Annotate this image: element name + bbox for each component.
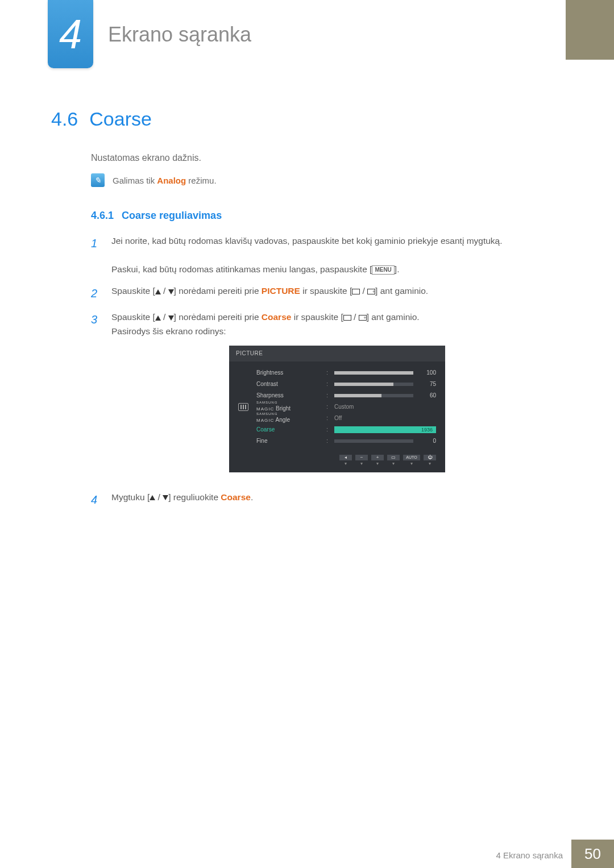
down-arrow-icon — [168, 289, 174, 294]
colon: : — [326, 413, 330, 423]
sub: MAGIC — [256, 406, 274, 412]
subsection-heading: 4.6.1 Coarse reguliavimas — [91, 210, 563, 222]
section-heading: 4.6 Coarse — [51, 108, 563, 130]
t: Mygtuku [ — [111, 492, 150, 502]
step-body: Jei norite, kad būtų rodomas klavišų vad… — [111, 234, 563, 276]
enter-button-icon: ▭ — [387, 455, 400, 460]
subsection-title: Coarse reguliavimas — [122, 210, 222, 222]
osd-label: SAMSUNGMAGIC Angle — [256, 412, 322, 425]
menu-button-icon: MENU — [372, 265, 394, 275]
colon: : — [326, 402, 330, 412]
osd-bar-cell: 0 — [334, 437, 436, 446]
osd-label: Sharpness — [256, 391, 322, 400]
coarse-keyword: Coarse — [221, 492, 251, 502]
colon: : — [326, 368, 330, 378]
down-arrow-icon — [168, 315, 174, 321]
caret-icon: ▾ — [355, 460, 368, 468]
suffix: Angle — [275, 417, 290, 423]
power-button-icon: ⏻ — [424, 455, 436, 460]
osd-sidebar — [238, 367, 248, 447]
slider-bar — [334, 383, 413, 386]
osd-body: Brightness : 100 Contrast : — [229, 362, 445, 451]
enter-plus-icon — [359, 315, 367, 321]
osd-row-sharpness: Sharpness : 60 — [256, 390, 436, 401]
osd-label: Contrast — [256, 380, 322, 389]
note-text: Galimas tik Analog režimu. — [113, 176, 217, 185]
t: . — [251, 492, 253, 502]
step-number: 2 — [91, 284, 101, 302]
osd-bar-cell: 75 — [334, 380, 436, 389]
osd-row-contrast: Contrast : 75 — [256, 379, 436, 390]
caret-icon: ▾ — [339, 460, 352, 468]
step-2: 2 Spauskite [ / ] norėdami pereiti prie … — [91, 284, 563, 302]
up-arrow-icon — [155, 289, 161, 294]
slider-bar — [334, 371, 413, 375]
osd-screenshot: PICTURE Brightness : — [229, 346, 445, 472]
t: ] ant gaminio. — [375, 286, 428, 296]
osd-row-magicangle: SAMSUNGMAGIC Angle : Off — [256, 413, 436, 424]
slider-fill — [334, 394, 381, 397]
caret-icon: ▾ — [371, 460, 384, 468]
enter-plus-icon — [367, 289, 375, 294]
picture-mode-icon — [238, 403, 248, 411]
osd-value: 0 — [418, 437, 436, 446]
slider-fill — [334, 383, 393, 386]
chapter-number: 4 — [59, 11, 82, 57]
osd-value: Custom — [334, 402, 354, 412]
note: ✎ Galimas tik Analog režimu. — [91, 173, 563, 187]
step-body: Spauskite [ / ] norėdami pereiti prie PI… — [111, 284, 563, 302]
osd-row-magicbright: SAMSUNGMAGIC Bright : Custom — [256, 401, 436, 413]
caret-icon: ▾ — [403, 460, 420, 468]
enter-icon — [343, 315, 351, 321]
steps-list: 1 Jei norite, kad būtų rodomas klavišų v… — [91, 234, 563, 509]
chapter-badge: 4 — [48, 0, 93, 68]
step-3: 3 Spauskite [ / ] norėdami pereiti prie … — [91, 310, 563, 482]
brand: SAMSUNG — [256, 401, 322, 404]
osd-footer: ◂ − + ▭ AUTO ⏻ — [229, 451, 445, 460]
osd-label: Brightness — [256, 368, 322, 377]
content: 4.6 Coarse Nustatomas ekrano dažnis. ✎ G… — [51, 108, 563, 517]
enter-icon — [352, 289, 360, 294]
osd-row-brightness: Brightness : 100 — [256, 367, 436, 379]
section-title: Coarse — [89, 108, 152, 130]
colon: : — [326, 425, 330, 435]
page: 4 Ekrano sąranka 4.6 Coarse Nustatomas e… — [0, 0, 614, 868]
note-suffix: režimu. — [186, 176, 216, 185]
auto-button-icon: AUTO — [403, 455, 420, 460]
header-stripe — [566, 0, 614, 60]
down-arrow-icon — [163, 495, 168, 500]
colon: : — [326, 379, 330, 389]
step-1: 1 Jei norite, kad būtų rodomas klavišų v… — [91, 234, 563, 276]
up-arrow-icon — [150, 495, 155, 500]
sub: MAGIC — [256, 418, 274, 423]
caret-icon: ▾ — [387, 460, 400, 468]
osd-row-fine: Fine : 0 — [256, 435, 436, 447]
osd-label: SAMSUNGMAGIC Bright — [256, 401, 322, 413]
osd-text-cell: Custom — [334, 402, 436, 412]
step-number: 3 — [91, 310, 101, 482]
step1-line2a: Paskui, kad būtų rodomas atitinkamas men… — [111, 264, 372, 274]
up-arrow-icon — [155, 315, 161, 321]
osd-row-coarse: Coarse : 1936 — [256, 424, 436, 435]
t: Pasirodys šis ekrano rodinys: — [111, 326, 226, 336]
note-highlight: Analog — [157, 176, 186, 185]
minus-button-icon: − — [355, 455, 368, 460]
section-number: 4.6 — [51, 108, 78, 130]
note-prefix: Galimas tik — [113, 176, 157, 185]
note-icon: ✎ — [91, 173, 105, 187]
osd-value: 1936 — [421, 426, 433, 434]
osd-table: Brightness : 100 Contrast : — [256, 367, 436, 447]
t: ] norėdami pereiti prie — [174, 312, 262, 322]
osd-bar-cell: 1936 — [334, 426, 436, 433]
t: ] reguliuokite — [168, 492, 221, 502]
intro-text: Nustatomas ekrano dažnis. — [91, 153, 563, 163]
step-4: 4 Mygtuku [ / ] reguliuokite Coarse. — [91, 491, 563, 509]
osd-bar-cell: 60 — [334, 391, 436, 400]
osd-value: Off — [334, 414, 342, 423]
osd-footer-carets: ▾ ▾ ▾ ▾ ▾ ▾ — [229, 460, 445, 468]
colon: : — [326, 436, 330, 446]
osd-label: Fine — [256, 437, 322, 446]
osd-label-selected: Coarse — [256, 425, 322, 434]
slider-bar — [334, 394, 413, 397]
osd-value: 100 — [418, 368, 436, 377]
